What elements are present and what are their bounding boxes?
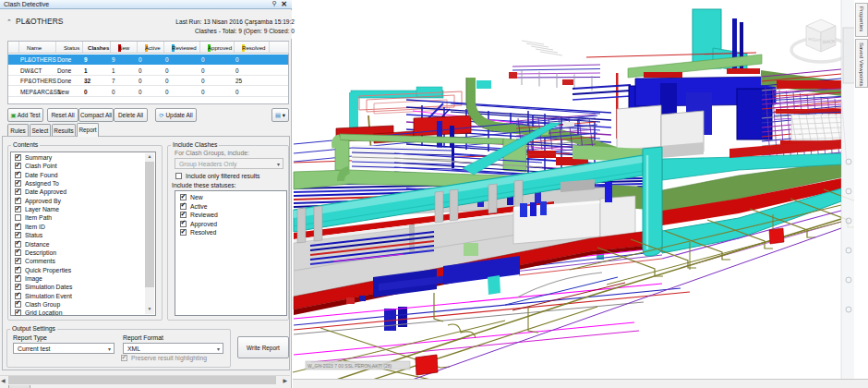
svg-text:BACK: BACK [823, 38, 837, 44]
svg-text:W_GN-2023 7 00 SSL PERON AKTI: W_GN-2023 7 00 SSL PERON AKTI (28) [307, 363, 392, 369]
